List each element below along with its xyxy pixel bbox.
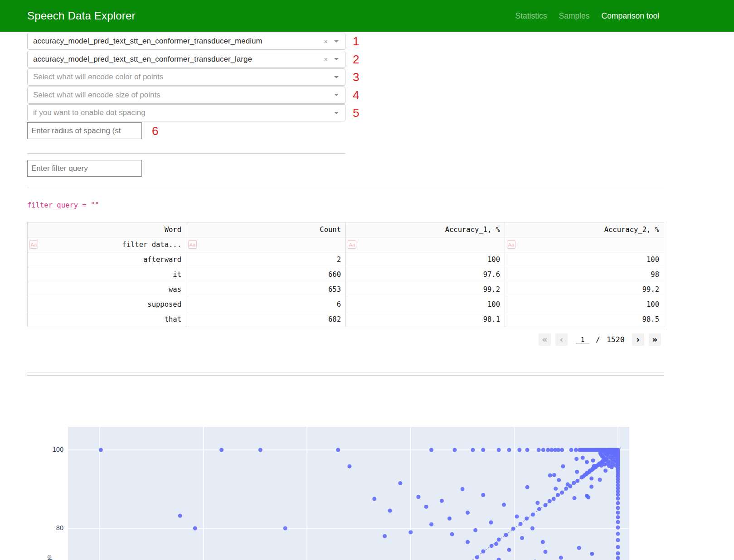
scatter-point[interactable] xyxy=(581,456,585,460)
scatter-point[interactable] xyxy=(549,448,554,452)
scatter-point[interactable] xyxy=(541,540,545,544)
scatter-point[interactable] xyxy=(531,512,535,517)
scatter-point[interactable] xyxy=(559,555,563,560)
scatter-point[interactable] xyxy=(517,448,521,452)
filter-cell-word[interactable]: Aa filter data... xyxy=(28,237,186,252)
scatter-point[interactable] xyxy=(616,538,620,542)
scatter-point[interactable] xyxy=(616,520,620,524)
scatter-point[interactable] xyxy=(591,459,595,463)
scatter-point[interactable] xyxy=(497,448,501,452)
scatter-point[interactable] xyxy=(564,487,568,491)
scatter-point[interactable] xyxy=(575,479,579,483)
scatter-point[interactable] xyxy=(502,503,506,507)
scatter-point[interactable] xyxy=(372,497,376,501)
scatter-point[interactable] xyxy=(544,503,548,507)
scatter-point[interactable] xyxy=(616,511,620,515)
scatter-point[interactable] xyxy=(490,544,494,548)
scatter-point[interactable] xyxy=(525,485,530,489)
scatter-point[interactable] xyxy=(178,514,182,518)
scatter-point[interactable] xyxy=(560,448,564,452)
scatter-point[interactable] xyxy=(604,457,608,461)
model-2-dropdown[interactable]: accuracy_model_pred_text_stt_en_conforme… xyxy=(27,51,345,68)
scatter-point[interactable] xyxy=(572,481,576,485)
scatter-point[interactable] xyxy=(616,501,620,505)
scatter-point[interactable] xyxy=(219,448,224,452)
scatter-point[interactable] xyxy=(336,448,340,452)
scatter-point[interactable] xyxy=(424,505,428,509)
scatter-point[interactable] xyxy=(511,526,515,531)
scatter-point[interactable] xyxy=(616,497,620,501)
filter-cell-accuracy-1[interactable]: Aa xyxy=(346,237,505,252)
color-encode-dropdown[interactable]: Select what will encode color of points xyxy=(27,68,345,86)
scatter-point[interactable] xyxy=(603,468,608,473)
scatter-point[interactable] xyxy=(481,493,485,497)
scatter-point[interactable] xyxy=(494,542,498,546)
current-page-input[interactable] xyxy=(576,336,589,343)
scatter-point[interactable] xyxy=(616,515,620,519)
scatter-point[interactable] xyxy=(574,448,578,452)
scatter-point[interactable] xyxy=(552,473,556,477)
clear-icon[interactable]: × xyxy=(324,38,328,45)
column-header-word[interactable]: Word xyxy=(28,222,186,237)
chevron-down-icon[interactable] xyxy=(334,58,339,60)
scatter-point[interactable] xyxy=(530,526,535,531)
scatter-point[interactable] xyxy=(519,522,523,526)
scatter-point[interactable] xyxy=(466,511,470,515)
scatter-point[interactable] xyxy=(566,483,570,487)
case-sensitivity-toggle-icon[interactable]: Aa xyxy=(507,240,515,249)
scatter-point[interactable] xyxy=(388,509,392,513)
scatter-point[interactable] xyxy=(586,495,590,499)
scatter-point[interactable] xyxy=(615,449,619,453)
scatter-point[interactable] xyxy=(616,506,620,510)
scatter-point[interactable] xyxy=(610,465,614,469)
scatter-point[interactable] xyxy=(598,478,602,482)
scatter-point[interactable] xyxy=(544,550,548,554)
scatter-point[interactable] xyxy=(616,532,620,536)
chevron-down-icon[interactable] xyxy=(334,112,339,114)
scatter-point[interactable] xyxy=(600,449,604,453)
filter-cell-accuracy-2[interactable]: Aa xyxy=(505,237,664,252)
last-page-button[interactable]: » xyxy=(649,333,661,346)
scatter-point[interactable] xyxy=(616,526,620,530)
scatter-point[interactable] xyxy=(440,499,444,503)
next-page-button[interactable]: › xyxy=(632,333,644,346)
scatter-point[interactable] xyxy=(614,463,618,468)
scatter-point[interactable] xyxy=(475,555,479,560)
plot-area[interactable] xyxy=(68,427,629,560)
scatter-point[interactable] xyxy=(481,550,485,554)
clear-icon[interactable]: × xyxy=(324,55,328,63)
filter-query-input[interactable] xyxy=(27,160,142,177)
scatter-point[interactable] xyxy=(577,546,581,550)
scatter-point[interactable] xyxy=(585,460,589,464)
scatter-point[interactable] xyxy=(461,487,465,491)
scatter-point[interactable] xyxy=(504,533,508,537)
scatter-point[interactable] xyxy=(600,459,604,463)
scatter-point[interactable] xyxy=(552,497,556,501)
scatter-point[interactable] xyxy=(616,551,620,555)
scatter-point[interactable] xyxy=(574,457,578,461)
column-header-count[interactable]: Count xyxy=(186,222,346,237)
scatter-point[interactable] xyxy=(603,449,608,453)
scatter-point[interactable] xyxy=(416,495,420,499)
scatter-point[interactable] xyxy=(429,522,433,526)
scatter-point[interactable] xyxy=(453,448,457,452)
scatter-point[interactable] xyxy=(515,515,519,519)
scatter-point[interactable] xyxy=(507,448,511,452)
scatter-point[interactable] xyxy=(561,464,565,468)
scatter-point[interactable] xyxy=(589,485,593,489)
scatter-point[interactable] xyxy=(556,448,560,452)
scatter-point[interactable] xyxy=(383,534,387,538)
scatter-point[interactable] xyxy=(525,517,529,521)
scatter-point[interactable] xyxy=(541,448,545,452)
model-1-dropdown[interactable]: accuracy_model_pred_text_stt_en_conforme… xyxy=(27,33,345,50)
scatter-point[interactable] xyxy=(548,499,552,503)
scatter-point[interactable] xyxy=(615,460,619,464)
scatter-point[interactable] xyxy=(520,536,524,540)
scatter-point[interactable] xyxy=(283,526,287,531)
column-header-accuracy-2[interactable]: Accuracy_2, % xyxy=(505,222,664,237)
scatter-point[interactable] xyxy=(429,448,433,452)
scatter-point[interactable] xyxy=(589,477,593,481)
scatter-point[interactable] xyxy=(575,470,579,474)
case-sensitivity-toggle-icon[interactable]: Aa xyxy=(188,240,197,249)
filter-cell-count[interactable]: Aa xyxy=(186,237,346,252)
